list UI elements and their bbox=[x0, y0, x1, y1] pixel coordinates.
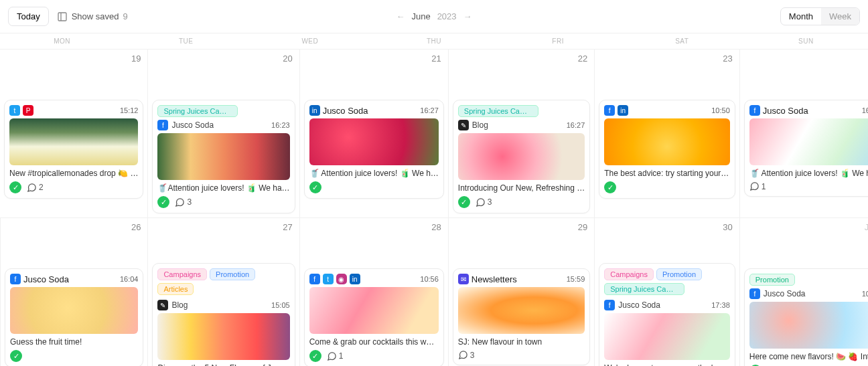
day-cell-20[interactable]: 20 Spring Juices Campai… fJusco Soda16:2… bbox=[147, 49, 299, 217]
day-cell-23[interactable]: 23 fin10:50 The best advice: try startin… bbox=[594, 49, 739, 217]
post-caption: Introducing Our New, Refreshing … bbox=[458, 183, 585, 193]
post-thumbnail bbox=[309, 287, 439, 334]
campaign-pill[interactable]: Spring Juices Campai… bbox=[157, 105, 238, 117]
articles-pill[interactable]: Articles bbox=[157, 283, 194, 295]
post-time: 10:56 bbox=[420, 275, 439, 283]
linkedin-icon: in bbox=[350, 274, 360, 284]
post-thumbnail bbox=[157, 133, 289, 180]
day-cell-19[interactable]: 19 t P 15:12 New #tropicallemonades drop… bbox=[0, 49, 147, 217]
day-cell-28[interactable]: 28 ft◉in10:56 Come & grab our cocktails … bbox=[299, 217, 448, 366]
post-card[interactable]: Spring Juices Campai… fJusco Soda16:23 🥤… bbox=[152, 100, 295, 213]
day-cell-29[interactable]: 29 ✉Newsletters15:59 SJ: New flavour in … bbox=[448, 217, 594, 366]
date-number: 23 bbox=[599, 52, 735, 66]
date-number: 28 bbox=[304, 221, 444, 235]
comment-count[interactable]: 3 bbox=[476, 197, 492, 207]
campaigns-pill[interactable]: Campaigns bbox=[157, 268, 207, 280]
post-card[interactable]: t P 15:12 New #tropicallemonades drop 🍋 … bbox=[4, 100, 143, 199]
prev-month-arrow[interactable]: ← bbox=[396, 11, 405, 21]
post-card[interactable]: fJusco Soda16:04 Guess the fruit time! ✓ bbox=[5, 268, 143, 366]
campaigns-pill[interactable]: Campaigns bbox=[604, 268, 654, 280]
post-thumbnail bbox=[9, 118, 138, 165]
post-thumbnail bbox=[749, 118, 868, 165]
date-number: 19 bbox=[4, 52, 143, 66]
dow-sun: SUN bbox=[744, 33, 868, 49]
post-card[interactable]: inJusco Soda16:27 🥤 Attention juice love… bbox=[304, 100, 444, 199]
account-name: Blog bbox=[171, 300, 188, 310]
account-name: Jusco Soda bbox=[171, 120, 214, 130]
post-card[interactable]: ft◉in10:56 Come & grab our cocktails thi… bbox=[304, 268, 444, 366]
comment-count[interactable]: 3 bbox=[175, 197, 192, 207]
show-saved-label: Show saved bbox=[72, 11, 119, 21]
account-name: Blog bbox=[472, 120, 488, 130]
pinterest-icon: P bbox=[23, 105, 33, 116]
post-card[interactable]: Spring Juices Campai… ✎Blog16:27 Introdu… bbox=[453, 100, 590, 213]
next-month-arrow[interactable]: → bbox=[463, 11, 472, 21]
approved-check-icon: ✓ bbox=[604, 181, 616, 193]
post-card[interactable]: CampaignsPromotion Articles ✎Blog15:05 D… bbox=[152, 263, 295, 366]
day-cell-30[interactable]: 30 CampaignsPromotion Spring Juices Camp… bbox=[594, 217, 739, 366]
comment-count[interactable]: 3 bbox=[458, 350, 475, 360]
comment-count[interactable]: 2 bbox=[27, 183, 44, 193]
post-thumbnail bbox=[157, 313, 289, 360]
day-cell-22[interactable]: 22 Spring Juices Campai… ✎Blog16:27 Intr… bbox=[448, 49, 594, 217]
account-name: Jusco Soda bbox=[764, 289, 806, 298]
comment-count[interactable]: 1 bbox=[327, 351, 344, 361]
facebook-icon: f bbox=[749, 105, 760, 116]
approved-check-icon: ✓ bbox=[10, 350, 22, 362]
post-caption: Guess the fruit time! bbox=[10, 337, 138, 347]
day-cell-26[interactable]: 26 fJusco Soda16:04 Guess the fruit time… bbox=[0, 217, 147, 366]
view-month[interactable]: Month bbox=[781, 8, 821, 25]
day-cell-27[interactable]: 27 CampaignsPromotion Articles ✎Blog15:0… bbox=[147, 217, 299, 366]
blog-icon: ✎ bbox=[157, 300, 168, 310]
post-caption: We're happy to announce the lau… bbox=[604, 363, 730, 366]
comment-count[interactable]: 1 bbox=[749, 181, 766, 191]
day-cell-jul1[interactable]: Jul 1 Promotion fJusco Soda10:56 Here co… bbox=[739, 217, 868, 366]
svg-rect-0 bbox=[58, 13, 66, 21]
promotion-pill[interactable]: Promotion bbox=[656, 268, 702, 280]
post-time: 15:59 bbox=[567, 275, 585, 283]
show-saved-toggle[interactable]: Show saved 9 bbox=[57, 11, 128, 22]
post-time: 16:23 bbox=[271, 121, 290, 129]
post-card[interactable]: CampaignsPromotion Spring Juices Campai…… bbox=[599, 263, 735, 366]
facebook-icon: f bbox=[157, 120, 168, 130]
date-number: 21 bbox=[304, 52, 444, 66]
today-button[interactable]: Today bbox=[8, 7, 49, 26]
view-week[interactable]: Week bbox=[821, 8, 859, 25]
date-number: 27 bbox=[152, 221, 295, 235]
post-thumbnail bbox=[10, 287, 138, 334]
account-name: Jusco Soda bbox=[23, 274, 69, 284]
post-time: 16:27 bbox=[420, 106, 439, 114]
post-time: 16:04 bbox=[120, 275, 139, 283]
day-cell-24[interactable]: 24 fJusco Soda16:27 🥤 Attention juice lo… bbox=[739, 49, 868, 217]
post-time: 15:12 bbox=[120, 106, 139, 114]
account-name: Jusco Soda bbox=[323, 106, 368, 116]
post-caption: 🥤 Attention juice lovers! 🧃 We h… bbox=[309, 169, 439, 178]
post-caption: The best advice: try starting your… bbox=[604, 169, 730, 178]
dow-fri: FRI bbox=[496, 33, 620, 49]
promotion-pill[interactable]: Promotion bbox=[210, 268, 255, 280]
facebook-icon: f bbox=[749, 288, 760, 299]
post-caption: Discover the 5 New Flavors of Ju… bbox=[157, 363, 289, 366]
post-time: 16:27 bbox=[862, 106, 868, 114]
campaign-pill[interactable]: Spring Juices Campai… bbox=[458, 105, 538, 117]
instagram-icon: ◉ bbox=[336, 274, 347, 284]
post-card[interactable]: ✉Newsletters15:59 SJ: New flavour in tow… bbox=[453, 268, 590, 365]
approved-check-icon: ✓ bbox=[9, 181, 21, 193]
post-time: 10:50 bbox=[711, 106, 730, 114]
post-card[interactable]: Promotion fJusco Soda10:56 Here come new… bbox=[744, 268, 868, 366]
view-toggle: Month Week bbox=[780, 7, 860, 25]
saved-count: 9 bbox=[123, 11, 128, 21]
post-time: 10:56 bbox=[862, 290, 868, 298]
current-month: June bbox=[411, 11, 430, 21]
date-number: 22 bbox=[453, 52, 590, 66]
linkedin-icon: in bbox=[309, 105, 320, 116]
campaign-pill[interactable]: Spring Juices Campai… bbox=[604, 283, 684, 295]
post-thumbnail bbox=[458, 133, 585, 180]
post-card[interactable]: fJusco Soda16:27 🥤 Attention juice lover… bbox=[744, 100, 868, 197]
post-card[interactable]: fin10:50 The best advice: try starting y… bbox=[599, 100, 735, 199]
promotion-pill[interactable]: Promotion bbox=[749, 274, 795, 286]
day-cell-21[interactable]: 21 inJusco Soda16:27 🥤 Attention juice l… bbox=[299, 49, 448, 217]
facebook-icon: f bbox=[604, 105, 615, 116]
account-name: Newsletters bbox=[472, 274, 517, 284]
approved-check-icon: ✓ bbox=[309, 181, 321, 193]
